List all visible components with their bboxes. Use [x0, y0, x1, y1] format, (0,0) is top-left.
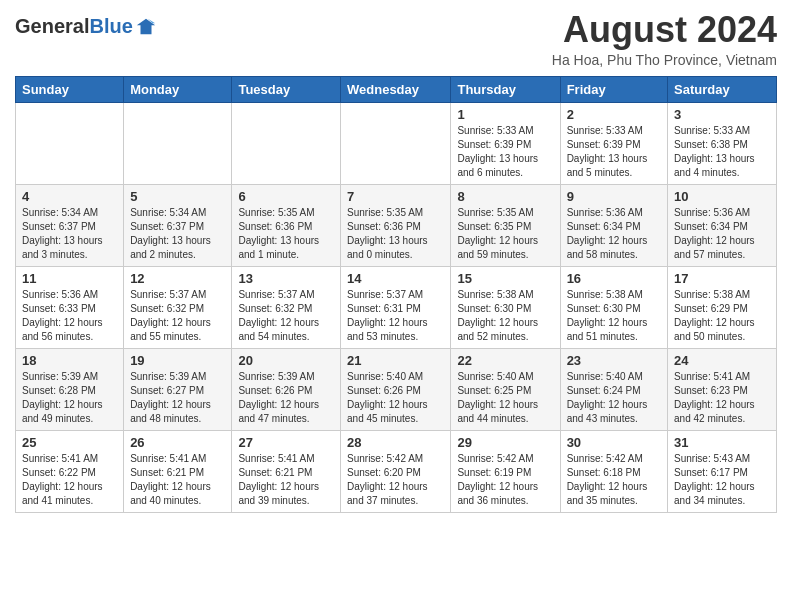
- calendar-header-thursday: Thursday: [451, 76, 560, 102]
- calendar-cell: 22Sunrise: 5:40 AM Sunset: 6:25 PM Dayli…: [451, 348, 560, 430]
- logo-blue: Blue: [89, 15, 132, 38]
- calendar-cell: 25Sunrise: 5:41 AM Sunset: 6:22 PM Dayli…: [16, 430, 124, 512]
- day-number: 2: [567, 107, 661, 122]
- calendar-cell: 20Sunrise: 5:39 AM Sunset: 6:26 PM Dayli…: [232, 348, 341, 430]
- calendar-cell: [16, 102, 124, 184]
- page: GeneralBlue August 2024 Ha Hoa, Phu Tho …: [0, 0, 792, 528]
- day-number: 21: [347, 353, 444, 368]
- day-info: Sunrise: 5:41 AM Sunset: 6:23 PM Dayligh…: [674, 370, 770, 426]
- day-number: 30: [567, 435, 661, 450]
- day-info: Sunrise: 5:41 AM Sunset: 6:22 PM Dayligh…: [22, 452, 117, 508]
- day-number: 31: [674, 435, 770, 450]
- day-info: Sunrise: 5:40 AM Sunset: 6:25 PM Dayligh…: [457, 370, 553, 426]
- header: GeneralBlue August 2024 Ha Hoa, Phu Tho …: [15, 10, 777, 68]
- day-info: Sunrise: 5:37 AM Sunset: 6:31 PM Dayligh…: [347, 288, 444, 344]
- calendar-week-row: 11Sunrise: 5:36 AM Sunset: 6:33 PM Dayli…: [16, 266, 777, 348]
- day-number: 20: [238, 353, 334, 368]
- day-info: Sunrise: 5:34 AM Sunset: 6:37 PM Dayligh…: [22, 206, 117, 262]
- day-info: Sunrise: 5:43 AM Sunset: 6:17 PM Dayligh…: [674, 452, 770, 508]
- day-number: 11: [22, 271, 117, 286]
- calendar-header-saturday: Saturday: [668, 76, 777, 102]
- day-number: 7: [347, 189, 444, 204]
- day-info: Sunrise: 5:42 AM Sunset: 6:19 PM Dayligh…: [457, 452, 553, 508]
- day-info: Sunrise: 5:35 AM Sunset: 6:36 PM Dayligh…: [238, 206, 334, 262]
- calendar-header-friday: Friday: [560, 76, 667, 102]
- day-number: 12: [130, 271, 225, 286]
- day-number: 18: [22, 353, 117, 368]
- calendar-cell: 10Sunrise: 5:36 AM Sunset: 6:34 PM Dayli…: [668, 184, 777, 266]
- day-info: Sunrise: 5:41 AM Sunset: 6:21 PM Dayligh…: [238, 452, 334, 508]
- calendar-header-wednesday: Wednesday: [341, 76, 451, 102]
- day-number: 25: [22, 435, 117, 450]
- day-info: Sunrise: 5:33 AM Sunset: 6:39 PM Dayligh…: [567, 124, 661, 180]
- calendar-cell: [124, 102, 232, 184]
- calendar-cell: 24Sunrise: 5:41 AM Sunset: 6:23 PM Dayli…: [668, 348, 777, 430]
- day-info: Sunrise: 5:36 AM Sunset: 6:34 PM Dayligh…: [567, 206, 661, 262]
- calendar-cell: 30Sunrise: 5:42 AM Sunset: 6:18 PM Dayli…: [560, 430, 667, 512]
- day-number: 22: [457, 353, 553, 368]
- calendar-cell: 16Sunrise: 5:38 AM Sunset: 6:30 PM Dayli…: [560, 266, 667, 348]
- day-info: Sunrise: 5:33 AM Sunset: 6:38 PM Dayligh…: [674, 124, 770, 180]
- calendar-week-row: 4Sunrise: 5:34 AM Sunset: 6:37 PM Daylig…: [16, 184, 777, 266]
- day-number: 16: [567, 271, 661, 286]
- logo: GeneralBlue: [15, 10, 157, 38]
- calendar-cell: 1Sunrise: 5:33 AM Sunset: 6:39 PM Daylig…: [451, 102, 560, 184]
- day-number: 10: [674, 189, 770, 204]
- calendar-cell: 28Sunrise: 5:42 AM Sunset: 6:20 PM Dayli…: [341, 430, 451, 512]
- svg-marker-0: [137, 18, 155, 34]
- day-number: 27: [238, 435, 334, 450]
- day-number: 5: [130, 189, 225, 204]
- calendar-cell: 27Sunrise: 5:41 AM Sunset: 6:21 PM Dayli…: [232, 430, 341, 512]
- day-number: 1: [457, 107, 553, 122]
- calendar-cell: [341, 102, 451, 184]
- day-number: 23: [567, 353, 661, 368]
- logo-icon: [135, 16, 157, 38]
- day-number: 19: [130, 353, 225, 368]
- day-info: Sunrise: 5:39 AM Sunset: 6:26 PM Dayligh…: [238, 370, 334, 426]
- calendar-cell: 29Sunrise: 5:42 AM Sunset: 6:19 PM Dayli…: [451, 430, 560, 512]
- day-number: 26: [130, 435, 225, 450]
- calendar-header-sunday: Sunday: [16, 76, 124, 102]
- day-info: Sunrise: 5:38 AM Sunset: 6:29 PM Dayligh…: [674, 288, 770, 344]
- calendar-cell: 26Sunrise: 5:41 AM Sunset: 6:21 PM Dayli…: [124, 430, 232, 512]
- day-info: Sunrise: 5:40 AM Sunset: 6:24 PM Dayligh…: [567, 370, 661, 426]
- day-info: Sunrise: 5:42 AM Sunset: 6:20 PM Dayligh…: [347, 452, 444, 508]
- day-number: 13: [238, 271, 334, 286]
- day-number: 14: [347, 271, 444, 286]
- day-info: Sunrise: 5:37 AM Sunset: 6:32 PM Dayligh…: [238, 288, 334, 344]
- calendar-cell: 15Sunrise: 5:38 AM Sunset: 6:30 PM Dayli…: [451, 266, 560, 348]
- location: Ha Hoa, Phu Tho Province, Vietnam: [552, 52, 777, 68]
- calendar-cell: 14Sunrise: 5:37 AM Sunset: 6:31 PM Dayli…: [341, 266, 451, 348]
- calendar-cell: [232, 102, 341, 184]
- day-info: Sunrise: 5:35 AM Sunset: 6:35 PM Dayligh…: [457, 206, 553, 262]
- calendar-header-monday: Monday: [124, 76, 232, 102]
- day-number: 29: [457, 435, 553, 450]
- day-info: Sunrise: 5:36 AM Sunset: 6:33 PM Dayligh…: [22, 288, 117, 344]
- calendar-cell: 21Sunrise: 5:40 AM Sunset: 6:26 PM Dayli…: [341, 348, 451, 430]
- calendar-cell: 12Sunrise: 5:37 AM Sunset: 6:32 PM Dayli…: [124, 266, 232, 348]
- day-number: 4: [22, 189, 117, 204]
- day-info: Sunrise: 5:33 AM Sunset: 6:39 PM Dayligh…: [457, 124, 553, 180]
- logo-general-text: GeneralBlue: [15, 15, 133, 38]
- calendar-cell: 23Sunrise: 5:40 AM Sunset: 6:24 PM Dayli…: [560, 348, 667, 430]
- calendar-cell: 13Sunrise: 5:37 AM Sunset: 6:32 PM Dayli…: [232, 266, 341, 348]
- day-number: 3: [674, 107, 770, 122]
- day-info: Sunrise: 5:38 AM Sunset: 6:30 PM Dayligh…: [567, 288, 661, 344]
- day-number: 15: [457, 271, 553, 286]
- calendar-header-tuesday: Tuesday: [232, 76, 341, 102]
- day-info: Sunrise: 5:38 AM Sunset: 6:30 PM Dayligh…: [457, 288, 553, 344]
- day-info: Sunrise: 5:39 AM Sunset: 6:28 PM Dayligh…: [22, 370, 117, 426]
- day-info: Sunrise: 5:34 AM Sunset: 6:37 PM Dayligh…: [130, 206, 225, 262]
- day-info: Sunrise: 5:36 AM Sunset: 6:34 PM Dayligh…: [674, 206, 770, 262]
- calendar-cell: 11Sunrise: 5:36 AM Sunset: 6:33 PM Dayli…: [16, 266, 124, 348]
- calendar-cell: 9Sunrise: 5:36 AM Sunset: 6:34 PM Daylig…: [560, 184, 667, 266]
- calendar-cell: 31Sunrise: 5:43 AM Sunset: 6:17 PM Dayli…: [668, 430, 777, 512]
- day-info: Sunrise: 5:41 AM Sunset: 6:21 PM Dayligh…: [130, 452, 225, 508]
- calendar-week-row: 25Sunrise: 5:41 AM Sunset: 6:22 PM Dayli…: [16, 430, 777, 512]
- day-number: 9: [567, 189, 661, 204]
- day-number: 6: [238, 189, 334, 204]
- title-section: August 2024 Ha Hoa, Phu Tho Province, Vi…: [552, 10, 777, 68]
- calendar-cell: 5Sunrise: 5:34 AM Sunset: 6:37 PM Daylig…: [124, 184, 232, 266]
- day-number: 28: [347, 435, 444, 450]
- calendar: SundayMondayTuesdayWednesdayThursdayFrid…: [15, 76, 777, 513]
